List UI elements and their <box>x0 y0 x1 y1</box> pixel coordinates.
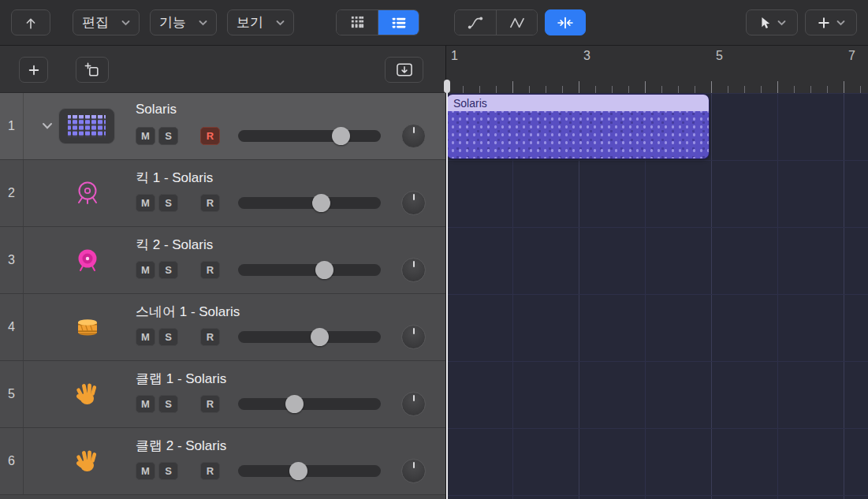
record-enable-button[interactable]: R <box>200 127 220 145</box>
chevron-down-icon <box>121 20 130 26</box>
record-enable-button[interactable]: R <box>200 194 220 212</box>
ruler-bar-number: 3 <box>583 49 590 63</box>
mute-button[interactable]: M <box>136 462 155 480</box>
volume-slider[interactable] <box>238 264 381 276</box>
record-enable-button[interactable]: R <box>200 462 220 480</box>
clap-hand-icon[interactable] <box>71 445 104 478</box>
solo-button[interactable]: S <box>158 462 178 480</box>
pan-knob[interactable] <box>401 124 426 148</box>
mute-button[interactable]: M <box>136 127 155 145</box>
track-name[interactable]: Solaris <box>136 102 177 117</box>
volume-slider[interactable] <box>238 331 381 343</box>
track-name[interactable]: 클랩 1 - Solaris <box>136 370 226 388</box>
volume-slider[interactable] <box>238 398 381 410</box>
timeline-pane[interactable]: 1 3 5 7 Solaris <box>445 46 868 499</box>
pan-knob[interactable] <box>401 325 426 349</box>
mute-button[interactable]: M <box>136 395 155 413</box>
track-row[interactable]: 5 <box>0 361 445 428</box>
pan-knob[interactable] <box>401 258 426 282</box>
track-name[interactable]: 킥 1 - Solaris <box>136 169 213 187</box>
kick-drum-outline-icon[interactable] <box>71 177 104 210</box>
track-controls: M S R <box>136 325 426 349</box>
functions-menu-button[interactable]: 기능 <box>150 9 217 35</box>
view-menu-button[interactable]: 보기 <box>227 9 294 35</box>
arrange-grid[interactable]: Solaris <box>446 93 868 499</box>
mute-button[interactable]: M <box>136 261 155 279</box>
track-number: 1 <box>0 93 24 159</box>
tool-selectors <box>746 9 857 35</box>
volume-slider[interactable] <box>238 130 381 142</box>
track-name[interactable]: 킥 2 - Solaris <box>136 236 213 254</box>
volume-slider-thumb[interactable] <box>312 194 330 212</box>
track-row-body: 스네어 1 - Solaris M S R <box>24 294 445 360</box>
track-row[interactable]: 3 킥 2 - Solaris M S R <box>0 227 445 294</box>
track-row-body: 클랩 1 - Solaris M S R <box>24 361 445 427</box>
up-arrow-icon <box>23 15 39 31</box>
snare-drum-icon[interactable] <box>71 311 104 344</box>
chevron-down-icon <box>836 20 845 26</box>
volume-slider-thumb[interactable] <box>285 395 304 413</box>
solo-button[interactable]: S <box>158 395 178 413</box>
pan-knob[interactable] <box>401 191 426 215</box>
track-number: 5 <box>0 361 24 427</box>
add-track-button[interactable] <box>19 57 48 83</box>
track-lanes-view-button[interactable] <box>378 10 419 35</box>
record-enable-button[interactable]: R <box>200 328 220 346</box>
midi-draw-button[interactable] <box>496 10 537 35</box>
volume-slider[interactable] <box>238 465 381 477</box>
volume-slider-thumb[interactable] <box>332 127 350 145</box>
edit-menu-label: 편집 <box>82 13 109 32</box>
pointer-tool-menu[interactable] <box>746 9 798 35</box>
mute-button[interactable]: M <box>136 194 155 212</box>
track-row[interactable]: 1 <box>0 93 445 160</box>
volume-slider-thumb[interactable] <box>289 462 307 480</box>
playhead-handle[interactable] <box>444 80 450 93</box>
track-row[interactable]: 4 스네어 1 - Solaris M <box>0 294 445 361</box>
solo-button[interactable]: S <box>158 127 178 145</box>
midi-region[interactable]: Solaris <box>447 95 709 158</box>
plus-cursor-icon <box>818 17 830 29</box>
automation-toggle <box>454 9 538 35</box>
midi-region-name[interactable]: Solaris <box>447 95 709 111</box>
track-number: 2 <box>0 160 24 226</box>
playhead[interactable] <box>446 80 448 499</box>
track-row-body: Solaris M S R <box>24 93 445 159</box>
edit-menu-button[interactable]: 편집 <box>73 9 140 35</box>
solo-button[interactable]: S <box>158 328 178 346</box>
grid-view-button[interactable] <box>337 10 378 35</box>
drum-machine-icon[interactable] <box>58 108 115 144</box>
ruler-bar-number: 1 <box>451 49 458 63</box>
kick-drum-filled-icon[interactable] <box>71 244 104 277</box>
volume-slider-thumb[interactable] <box>311 328 329 346</box>
midi-region-notes[interactable] <box>447 111 709 158</box>
record-enable-button[interactable]: R <box>200 395 220 413</box>
ruler-bar-ticks <box>446 81 868 93</box>
pan-knob[interactable] <box>401 459 426 483</box>
volume-slider-thumb[interactable] <box>315 261 333 279</box>
solo-button[interactable]: S <box>158 261 178 279</box>
track-number: 6 <box>0 428 24 494</box>
bar-ruler[interactable]: 1 3 5 7 <box>446 46 868 93</box>
track-list-header <box>0 46 445 93</box>
track-row[interactable]: 6 <box>0 428 445 495</box>
mute-button[interactable]: M <box>136 328 155 346</box>
volume-slider[interactable] <box>238 197 381 209</box>
track-name[interactable]: 클랩 2 - Solaris <box>136 437 226 455</box>
pan-knob[interactable] <box>401 392 426 416</box>
view-mode-toggle <box>336 9 419 35</box>
track-name[interactable]: 스네어 1 - Solaris <box>136 303 240 321</box>
record-enable-button[interactable]: R <box>200 261 220 279</box>
disclosure-chevron-icon[interactable] <box>42 121 53 130</box>
track-row[interactable]: 2 킥 1 - Solaris M S R <box>0 160 445 227</box>
track-lanes-view-icon <box>391 16 407 30</box>
solo-button[interactable]: S <box>158 194 178 212</box>
secondary-tool-menu[interactable] <box>805 9 857 35</box>
duplicate-track-button[interactable] <box>76 57 109 83</box>
go-back-button[interactable] <box>11 9 50 35</box>
automation-curve-button[interactable] <box>455 10 496 35</box>
track-controls: M S R <box>136 392 426 416</box>
toolbar: 편집 기능 보기 <box>0 0 868 46</box>
clap-hand-icon[interactable] <box>71 378 104 411</box>
catch-playhead-button[interactable] <box>545 9 586 35</box>
hide-tracks-button[interactable] <box>385 57 423 83</box>
